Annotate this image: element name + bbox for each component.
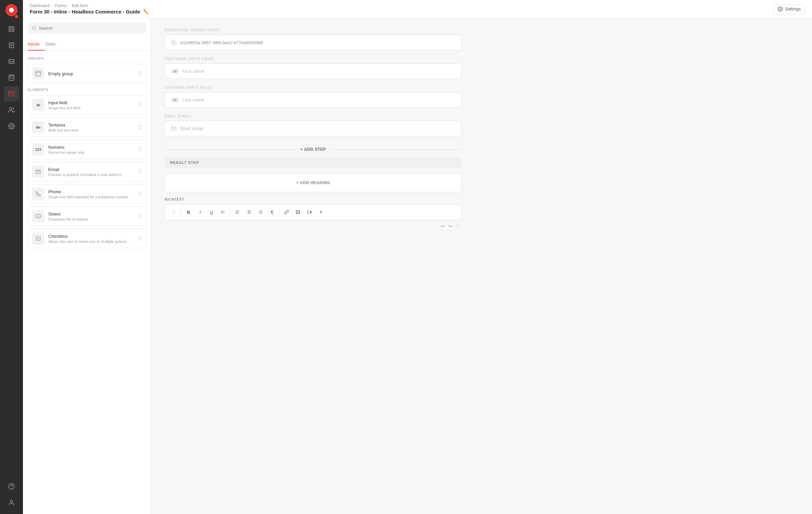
svg-rect-2 (9, 30, 11, 32)
content-area: Inputs Static GROUPS Empty group (23, 18, 812, 514)
lastname-label: LASTNAME (INPUT FIELD) (165, 86, 462, 89)
drag-handle-textarea[interactable]: ⠿ (138, 124, 142, 131)
svg-point-10 (9, 108, 12, 110)
toolbar-link-btn[interactable] (281, 207, 292, 217)
add-step-row: + ADD STEP (165, 142, 462, 157)
element-info-textarea: Textarea Multi line text area (48, 122, 134, 132)
tab-static[interactable]: Static (45, 38, 61, 51)
sidebar-item-settings[interactable] (4, 119, 19, 134)
add-heading-button[interactable]: + ADD HEADING (165, 174, 461, 192)
element-card-checkbox[interactable]: Checkbox Allows the user to select one o… (28, 229, 146, 248)
element-card-textarea[interactable]: abc Textarea Multi line text area ⠿ (28, 117, 146, 137)
element-info-phone: Phone Single-line field intended for a t… (48, 189, 134, 199)
panel-scroll: GROUPS Empty group ⠿ ELEMENTS (23, 51, 151, 514)
toolbar-bullet-list-btn[interactable] (255, 207, 266, 217)
settings-button[interactable]: Settings (773, 4, 805, 14)
firstname-type: (INPUT FIELD) (188, 57, 214, 61)
drag-handle-phone[interactable]: ⠿ (138, 191, 142, 197)
email-type: (EMAIL) (178, 114, 192, 118)
settings-gear-icon (778, 6, 783, 12)
email-element-icon (32, 166, 44, 178)
element-card-numeric[interactable]: 123 Numeric Numerical values only ⠿ (28, 140, 146, 159)
search-icon (32, 26, 36, 31)
element-info-email: Email Ensures a properly formatted e-mai… (48, 167, 134, 177)
sidebar-item-help[interactable] (4, 479, 19, 494)
textarea-icon: abc (32, 121, 44, 133)
phone-icon (32, 188, 44, 200)
drag-handle-numeric[interactable]: ⠿ (138, 146, 142, 153)
result-step-label: RESULT STEP (170, 161, 199, 165)
redo-button[interactable]: ↪ (448, 223, 452, 229)
element-name-phone: Phone (48, 189, 134, 194)
element-card-input-field[interactable]: ab Input field Single line text field ⠿ (28, 95, 146, 115)
add-heading-container: + ADD HEADING (165, 173, 462, 192)
lastname-placeholder: Last name (182, 97, 204, 103)
svg-point-35 (259, 212, 259, 212)
svg-rect-0 (9, 27, 11, 29)
firstname-ab-badge: ab (171, 68, 179, 74)
lastname-input-row[interactable]: ab Last name (165, 92, 462, 108)
result-step-header: RESULT STEP (165, 157, 462, 168)
toolbar-bold-btn[interactable]: B (184, 207, 194, 217)
toolbar-fontsize-btn[interactable]: A↕ (218, 207, 228, 217)
toolbar-image-btn[interactable] (293, 207, 303, 217)
edit-title-icon[interactable]: ✏️ (143, 9, 149, 15)
svg-point-15 (780, 8, 781, 10)
input-field-icon: ab (32, 99, 44, 111)
element-card-phone[interactable]: Phone Single-line field intended for a t… (28, 184, 146, 204)
sidebar-item-shop[interactable] (4, 70, 19, 85)
undo-button[interactable]: ↩ (441, 223, 445, 229)
firstname-input-row[interactable]: ab First name (165, 63, 462, 79)
sidebar-item-contacts[interactable] (4, 103, 19, 117)
search-bar[interactable] (28, 23, 146, 33)
add-step-line-left (165, 149, 296, 150)
toolbar-align-left-btn[interactable] (233, 207, 243, 217)
firstname-placeholder: First name (182, 68, 205, 74)
sidebar-item-profile[interactable] (4, 495, 19, 510)
toolbar-italic-btn[interactable]: I (195, 207, 205, 217)
breadcrumb-dashboard[interactable]: Dashboard (30, 3, 50, 8)
undo-redo-row: ↩ ↪ ⋮ (165, 220, 462, 232)
group-icon (32, 67, 44, 80)
toolbar-video-btn[interactable] (304, 207, 315, 217)
element-info-numeric: Numeric Numerical values only (48, 145, 134, 154)
toolbar-drag-btn[interactable]: ⠿ (169, 207, 179, 217)
add-step-button[interactable]: + ADD STEP (300, 147, 326, 152)
email-input-row[interactable]: Work email (165, 121, 462, 136)
breadcrumb-forms[interactable]: Forms (55, 3, 66, 8)
lastname-block: LASTNAME (INPUT FIELD) ab Last name (165, 86, 462, 108)
sidebar-item-inbox[interactable] (4, 54, 19, 69)
element-card-empty-group[interactable]: Empty group ⠿ (28, 64, 146, 83)
form-canvas: EMBEDCODE (HIDDEN INPUT) b12d653a-3857-4… (151, 18, 475, 242)
search-input[interactable] (39, 26, 142, 31)
richtext-toolbar: ⠿ B I U A↕ (165, 204, 462, 220)
toolbar-sep-2 (230, 209, 231, 216)
element-desc-select: Dropdown list of options (48, 217, 134, 221)
toolbar-underline-btn[interactable]: U (207, 207, 217, 217)
drag-handle-select[interactable]: ⠿ (138, 213, 142, 220)
breadcrumb-edit-form[interactable]: Edit form (72, 3, 88, 8)
sidebar-item-email[interactable] (4, 86, 19, 101)
element-card-select[interactable]: Select Dropdown list of options ⠿ (28, 206, 146, 226)
toolbar-more-btn[interactable]: + (316, 207, 326, 217)
page-title: Form 30 - Inline - Headless Commerce - G… (30, 9, 140, 15)
toolbar-paragraph-btn[interactable]: ¶ (267, 207, 277, 217)
element-card-email[interactable]: Email Ensures a properly formatted e-mai… (28, 162, 146, 181)
sidebar-item-dashboard[interactable] (4, 22, 19, 36)
element-name-input-field: Input field (48, 100, 134, 105)
sidebar-item-forms[interactable] (4, 38, 19, 53)
app-logo[interactable] (5, 4, 18, 16)
firstname-label: FIRSTNAME (INPUT FIELD) (165, 57, 462, 61)
drag-handle-empty-group[interactable]: ⠿ (138, 70, 142, 77)
svg-rect-22 (36, 236, 40, 240)
element-name-email: Email (48, 167, 134, 172)
breadcrumb-sep-2: › (69, 3, 70, 8)
drag-handle-checkbox[interactable]: ⠿ (138, 235, 142, 242)
drag-handle-email[interactable]: ⠿ (138, 169, 142, 175)
drag-handle-input-field[interactable]: ⠿ (138, 102, 142, 108)
more-options-button[interactable]: ⋮ (455, 223, 460, 229)
tab-inputs[interactable]: Inputs (28, 38, 45, 51)
checkbox-icon (32, 232, 44, 245)
header: Dashboard › Forms › Edit form Form 30 - … (23, 0, 812, 18)
toolbar-align-center-btn[interactable] (244, 207, 254, 217)
